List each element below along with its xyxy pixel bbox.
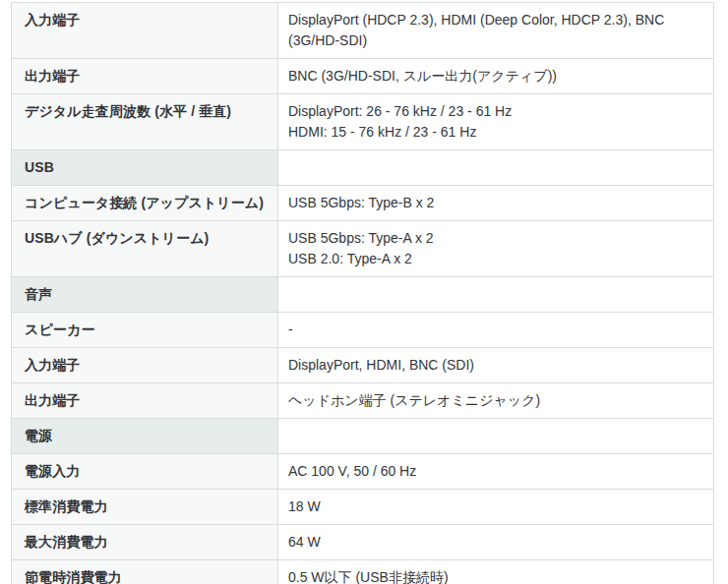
- table-row: コンピュータ接続 (アップストリーム) USB 5Gbps: Type-B x …: [12, 185, 713, 220]
- spec-value-cell: -: [278, 313, 713, 347]
- spec-label-cell: 標準消費電力: [12, 490, 278, 524]
- spec-value-line: DisplayPort, HDMI, BNC (SDI): [288, 355, 699, 376]
- table-row: 節電時消費電力 0.5 W以下 (USB非接続時): [12, 559, 713, 584]
- spec-value-cell: DisplayPort (HDCP 2.3), HDMI (Deep Color…: [278, 3, 713, 58]
- spec-value-line: USB 2.0: Type-A x 2: [288, 249, 699, 269]
- spec-value-line: DisplayPort (HDCP 2.3), HDMI (Deep Color…: [288, 10, 699, 51]
- spec-label-cell: 入力端子: [12, 348, 278, 382]
- table-row: 出力端子 BNC (3G/HD-SDI, スルー出力(アクティブ)): [12, 58, 713, 93]
- section-header-row: 電源: [12, 418, 713, 453]
- spec-label-cell: スピーカー: [12, 313, 278, 347]
- spec-label-cell: 最大消費電力: [12, 525, 278, 559]
- spec-label-cell: 出力端子: [12, 383, 278, 418]
- spec-label-cell: 音声: [12, 277, 278, 312]
- table-row: USBハブ (ダウンストリーム) USB 5Gbps: Type-A x 2US…: [12, 220, 713, 276]
- spec-value-line: DisplayPort: 26 - 76 kHz / 23 - 61 Hz: [288, 101, 699, 122]
- spec-value-cell: USB 5Gbps: Type-B x 2: [278, 186, 713, 220]
- spec-label-cell: コンピュータ接続 (アップストリーム): [12, 186, 278, 220]
- spec-table: 入力端子 DisplayPort (HDCP 2.3), HDMI (Deep …: [11, 2, 714, 584]
- spec-value-line: USB 5Gbps: Type-A x 2: [288, 228, 699, 249]
- spec-label-cell: 入力端子: [12, 3, 278, 58]
- spec-value-cell: AC 100 V, 50 / 60 Hz: [278, 454, 713, 489]
- spec-value-line: USB 5Gbps: Type-B x 2: [288, 193, 699, 213]
- spec-value-cell: ヘッドホン端子 (ステレオミニジャック): [278, 383, 713, 418]
- spec-value-cell: DisplayPort, HDMI, BNC (SDI): [278, 348, 713, 382]
- spec-value-cell: [278, 150, 713, 185]
- spec-label-cell: 節電時消費電力: [12, 560, 278, 584]
- table-row: 入力端子 DisplayPort, HDMI, BNC (SDI): [12, 347, 713, 382]
- spec-label-cell: デジタル走査周波数 (水平 / 垂直): [12, 94, 278, 149]
- spec-value-line: HDMI: 15 - 76 kHz / 23 - 61 Hz: [288, 122, 699, 143]
- spec-label-cell: USB: [12, 150, 278, 185]
- spec-value-line: 18 W: [288, 496, 699, 517]
- spec-value-line: AC 100 V, 50 / 60 Hz: [288, 461, 699, 482]
- section-header-row: 音声: [12, 276, 713, 312]
- spec-label-cell: 電源入力: [12, 454, 278, 489]
- spec-value-cell: [278, 419, 713, 453]
- spec-value-line: BNC (3G/HD-SDI, スルー出力(アクティブ)): [288, 66, 699, 87]
- spec-value-line: 64 W: [288, 532, 699, 553]
- spec-label-cell: 出力端子: [12, 59, 278, 93]
- table-row: 標準消費電力 18 W: [12, 489, 713, 524]
- spec-value-cell: BNC (3G/HD-SDI, スルー出力(アクティブ)): [278, 59, 713, 93]
- spec-value-cell: 64 W: [278, 525, 713, 559]
- spec-value-cell: 0.5 W以下 (USB非接続時): [278, 560, 713, 584]
- spec-value-cell: 18 W: [278, 490, 713, 524]
- table-row: スピーカー -: [12, 312, 713, 347]
- spec-value-line: -: [288, 320, 699, 340]
- table-row: 入力端子 DisplayPort (HDCP 2.3), HDMI (Deep …: [12, 2, 713, 58]
- spec-value-cell: USB 5Gbps: Type-A x 2USB 2.0: Type-A x 2: [278, 221, 713, 276]
- spec-value-cell: DisplayPort: 26 - 76 kHz / 23 - 61 HzHDM…: [278, 94, 713, 149]
- table-row: 最大消費電力 64 W: [12, 524, 713, 559]
- section-header-row: USB: [12, 149, 713, 185]
- spec-label-cell: 電源: [12, 419, 278, 453]
- table-row: 電源入力 AC 100 V, 50 / 60 Hz: [12, 453, 713, 489]
- spec-value-line: ヘッドホン端子 (ステレオミニジャック): [288, 390, 699, 411]
- table-row: デジタル走査周波数 (水平 / 垂直) DisplayPort: 26 - 76…: [12, 93, 713, 149]
- table-row: 出力端子 ヘッドホン端子 (ステレオミニジャック): [12, 382, 713, 418]
- spec-value-line: 0.5 W以下 (USB非接続時): [288, 567, 699, 584]
- spec-value-cell: [278, 277, 713, 312]
- spec-label-cell: USBハブ (ダウンストリーム): [12, 221, 278, 276]
